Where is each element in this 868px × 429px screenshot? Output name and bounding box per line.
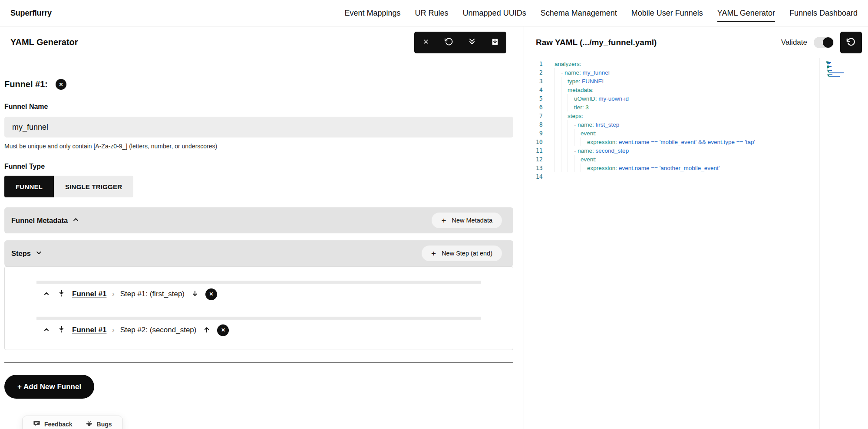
code-line: 5uOwnID: my-uown-id [524,94,868,103]
step-label: Step #1: (first_step) [120,290,185,298]
plus-icon: + [431,249,436,258]
step-funnel-link[interactable]: Funnel #1 [72,290,106,298]
funnel-heading-row: Funnel #1: ✕ [4,79,513,90]
main-nav: Event MappingsUR RulesUnmapped UUIDsSche… [344,9,858,18]
code-line: 1analyzers: [524,59,868,68]
code-lines: 1analyzers:2- name: my_funnel3type: FUNN… [524,59,868,181]
validate-label: Validate [781,38,807,47]
brand-logo[interactable]: Superflurry [10,9,52,18]
collapse-step-button[interactable] [42,289,51,299]
step-label: Step #2: (second_step) [120,326,197,334]
funnel-name-help: Must be unique and only contain [A-Za-z0… [4,143,513,150]
bugs-button[interactable]: Bugs [86,420,112,429]
insert-below-icon [57,289,66,299]
insert-below-icon [57,325,66,335]
code-line: 12event: [524,155,868,164]
remove-funnel-button[interactable]: ✕ [56,79,66,90]
code-line: 14 [524,172,868,181]
chevron-down-icon [36,249,42,258]
funnel-type-segment: FUNNELSINGLE TRIGGER [4,176,133,197]
raw-yaml-title: Raw YAML (.../my_funnel.yaml) [536,38,781,47]
code-line: 8- name: first_step [524,120,868,129]
main-split: YAML Generator [0,26,868,429]
plus-icon: + [441,216,446,225]
collapse-all-button[interactable] [460,32,483,53]
nav-item-yaml-generator[interactable]: YAML Generator [717,9,775,18]
editor-gutter-line [819,58,820,429]
editor-minimap[interactable] [826,61,857,79]
raw-yaml-header: Raw YAML (.../my_funnel.yaml) Validate [524,26,868,58]
nav-item-schema-management[interactable]: Schema Management [541,9,617,18]
delete-step-button[interactable]: ✕ [217,324,229,336]
code-line: 10expression: event.name == 'mobile_even… [524,138,868,146]
collapse-step-button[interactable] [42,325,51,335]
close-button[interactable] [414,32,437,53]
bug-icon [86,420,93,429]
reset-yaml-button[interactable] [840,32,862,53]
new-step-button[interactable]: + New Step (at end) [422,246,502,261]
close-icon [422,38,430,47]
feedback-button[interactable]: Feedback [33,420,73,429]
step-funnel-link[interactable]: Funnel #1 [72,326,106,334]
generator-panel: YAML Generator [0,26,524,429]
funnel-name-label: Funnel Name [4,103,513,111]
arrow-down-icon [191,290,199,299]
collapse-all-icon [468,37,476,47]
new-metadata-button[interactable]: + New Metadata [432,213,502,228]
chevron-up-icon [73,216,79,225]
step-separator-strip [36,281,481,284]
insert-step-button[interactable] [56,288,66,300]
metadata-section-bar: Funnel Metadata + New Metadata [4,207,513,233]
download-button[interactable] [483,32,506,53]
undo-icon [846,37,856,48]
top-nav: Superflurry Event MappingsUR RulesUnmapp… [0,0,868,26]
nav-item-event-mappings[interactable]: Event Mappings [344,9,400,18]
insert-step-button[interactable] [56,324,66,336]
code-line: 9event: [524,129,868,138]
nav-item-mobile-user-funnels[interactable]: Mobile User Funnels [631,9,703,18]
breadcrumb-separator-icon: › [112,326,114,334]
steps-section-bar: Steps + New Step (at end) [4,240,513,266]
section-divider [4,362,513,363]
code-line: 2- name: my_funnel [524,68,868,77]
delete-step-button[interactable]: ✕ [205,288,217,300]
chat-icon [33,420,40,429]
funnel-type-option-single-trigger[interactable]: SINGLE TRIGGER [54,176,133,197]
funnel-form: Funnel #1: ✕ Funnel Name Must be unique … [4,79,513,399]
metadata-section-toggle[interactable]: Funnel Metadata [11,216,79,225]
toggle-knob [823,37,833,48]
validate-toggle[interactable] [814,37,834,48]
steps-section-toggle[interactable]: Steps [11,249,42,258]
nav-item-ur-rules[interactable]: UR Rules [415,9,449,18]
chevron-up-icon [43,326,50,334]
nav-item-funnels-dashboard[interactable]: Funnels Dashboard [789,9,858,18]
undo-icon [445,37,453,47]
step-separator-strip [36,317,481,320]
steps-list: Funnel #1 › Step #1: (first_step) ✕ Funn… [4,266,513,350]
yaml-editor[interactable]: 1analyzers:2- name: my_funnel3type: FUNN… [524,58,868,429]
page-title: YAML Generator [10,37,78,47]
code-line: 13expression: event.name == 'another_mob… [524,164,868,172]
download-icon [491,37,499,47]
validate-controls: Validate [781,32,862,53]
feedback-bar: Feedback Bugs [22,416,123,429]
move-step-down-button[interactable] [190,289,200,300]
code-line: 3type: FUNNEL [524,77,868,85]
generator-header: YAML Generator [0,26,524,58]
code-line: 6tier: 3 [524,103,868,111]
add-new-funnel-button[interactable]: + Add New Funnel [4,375,94,399]
funnel-heading: Funnel #1: [4,79,48,89]
undo-button[interactable] [437,32,460,53]
raw-yaml-panel: Raw YAML (.../my_funnel.yaml) Validate 1… [524,26,868,429]
funnel-type-option-funnel[interactable]: FUNNEL [4,176,54,197]
code-line: 7steps: [524,111,868,120]
code-line: 11- name: second_step [524,146,868,155]
arrow-up-icon [203,326,211,335]
step-row: Funnel #1 › Step #2: (second_step) ✕ [5,321,513,339]
funnel-type-label: Funnel Type [4,163,513,170]
nav-item-unmapped-uuids[interactable]: Unmapped UUIDs [463,9,526,18]
chevron-up-icon [43,290,50,298]
funnel-name-input[interactable] [4,117,513,138]
code-line: 4metadata: [524,85,868,94]
move-step-up-button[interactable] [202,325,211,336]
